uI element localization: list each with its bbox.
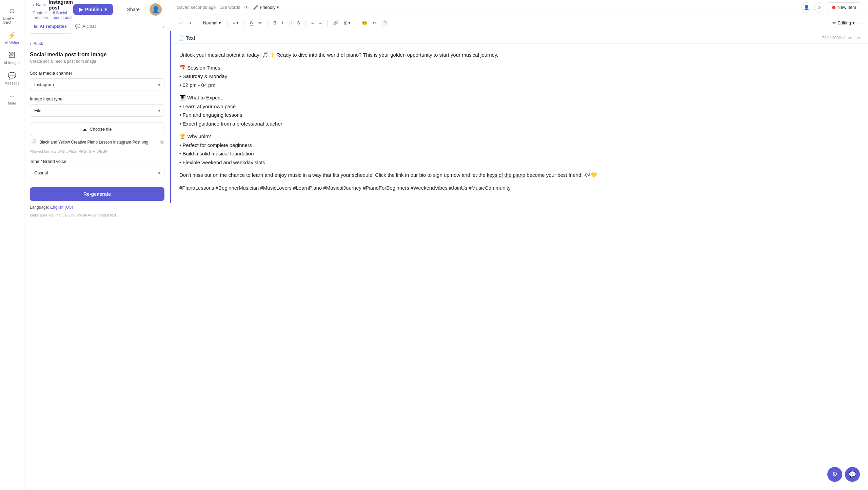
image-input-field: Image input type File URL: [30, 96, 164, 117]
language-link[interactable]: English (US): [50, 205, 73, 210]
text-color-button[interactable]: A: [248, 19, 255, 27]
session-header: 📅 Session Times: • Saturday & Monday • 0…: [179, 63, 860, 90]
redo-icon: ↪: [188, 20, 191, 25]
choose-file-label: Choose file: [90, 127, 112, 132]
italic-button[interactable]: I: [280, 19, 285, 27]
disclaimer-text: Make sure you manually review all AI gen…: [30, 212, 164, 218]
share-label: Share: [127, 7, 140, 12]
cta-section: Don't miss out on the chance to learn an…: [179, 171, 860, 180]
table-icon: ⊞: [344, 20, 348, 25]
toolbar-separator-4: [268, 20, 268, 26]
share-button[interactable]: ↑ Share: [117, 4, 145, 15]
publish-button[interactable]: ▶ Publish ▾: [73, 4, 113, 15]
template-description: Create social media post from image: [30, 59, 164, 64]
bold-button[interactable]: B: [271, 19, 278, 27]
style-chevron-icon: ▾: [219, 20, 221, 25]
choose-file-button[interactable]: ☁ Choose file: [30, 122, 164, 136]
avatar-placeholder-icon[interactable]: 👤: [801, 2, 811, 13]
collapse-panel-button[interactable]: ‹: [163, 23, 164, 30]
cut-button[interactable]: ✂: [371, 19, 378, 27]
toolbar-separator-6: [327, 20, 328, 26]
toolbar-separator-1: [197, 20, 197, 26]
emoji-icon: 😊: [362, 20, 367, 25]
unordered-list-icon: ≡: [311, 20, 314, 25]
sidebar-item-brief-seo[interactable]: ⊙ Brief + SEO: [2, 4, 22, 27]
sidebar-item-more[interactable]: ··· More: [2, 89, 22, 108]
highlight-button[interactable]: ✏: [256, 19, 264, 27]
template-title: Social media post from image: [30, 52, 164, 58]
tab-ai-templates[interactable]: ⊞ AI Templates: [30, 19, 71, 34]
channel-select-wrapper: Instagram Facebook Twitter LinkedIn: [30, 78, 164, 91]
toolbar-more-button[interactable]: ···: [856, 19, 861, 26]
toolbar-separator-3: [244, 20, 244, 26]
undo-icon: ↩: [179, 20, 183, 25]
emoji-button[interactable]: 😊: [360, 19, 369, 27]
sidebar-item-label: More: [8, 101, 16, 105]
editing-chevron-icon: ▾: [852, 20, 855, 25]
editor-body[interactable]: Unlock your musical potential today! 🎵✨ …: [171, 44, 868, 203]
sidebar-item-label: Message: [4, 81, 20, 85]
message-icon: 💬: [8, 72, 16, 80]
text-label: Text: [186, 35, 195, 41]
back-btn-label: Back: [33, 41, 43, 46]
underline-button[interactable]: U: [287, 19, 294, 27]
channel-field: Social media channel Instagram Facebook …: [30, 71, 164, 91]
back-arrow-icon: ‹: [33, 2, 34, 7]
formatting-toolbar: ↩ ↪ Normal ▾ ≡ ▾ A ✏ B I U: [170, 15, 868, 31]
chat-float-icon: 💬: [849, 471, 856, 478]
page-title: Instagram post: [48, 0, 73, 11]
tone-select-wrapper: Casual Friendly Professional Formal: [30, 167, 164, 179]
back-label: Back: [36, 2, 46, 7]
file-delete-button[interactable]: 🗑: [160, 139, 164, 145]
more-icon: ···: [9, 92, 15, 100]
settings-float-button[interactable]: ⚙: [827, 467, 842, 482]
paste-button[interactable]: 📋: [380, 19, 389, 27]
eye-button[interactable]: 👁: [244, 5, 249, 10]
status-bar: Saved seconds ago 128 words 👁 🎤 Friendly…: [170, 0, 868, 15]
style-dropdown[interactable]: Normal ▾: [200, 19, 224, 27]
unordered-list-button[interactable]: ≡: [309, 19, 316, 27]
tone-button[interactable]: 🎤 Friendly ▾: [253, 5, 279, 10]
new-item-label: New Item: [837, 5, 856, 10]
strikethrough-icon: S: [297, 20, 300, 25]
why-section: 🏆 Why Join? • Perfect for complete begin…: [179, 132, 860, 167]
cut-icon: ✂: [373, 20, 376, 25]
settings-circle-icon[interactable]: ⚙: [814, 2, 824, 13]
sidebar-item-message[interactable]: 💬 Message: [2, 69, 22, 88]
align-button[interactable]: ≡ ▾: [231, 19, 241, 27]
ai-images-icon: 🖼: [9, 52, 16, 59]
back-button[interactable]: ‹ Back: [33, 2, 46, 7]
ai-templates-icon: ⊞: [34, 24, 38, 29]
ordered-list-button[interactable]: ≡: [317, 19, 324, 27]
template-link[interactable]: # Social media post: [53, 11, 73, 20]
tab-ai-templates-label: AI Templates: [40, 24, 67, 29]
tab-aichat[interactable]: 💬 AIChat: [71, 19, 100, 34]
settings-float-icon: ⚙: [832, 471, 837, 478]
hashtags: #PianoLessons #BeginnerMusician #MusicLo…: [179, 184, 860, 192]
strikethrough-button[interactable]: S: [295, 19, 302, 27]
cta-link-text: keys of the piano: [487, 172, 525, 178]
channel-select[interactable]: Instagram Facebook Twitter LinkedIn: [30, 78, 164, 91]
link-button[interactable]: 🔗: [331, 19, 340, 27]
undo-button[interactable]: ↩: [177, 19, 185, 27]
text-color-icon: A: [250, 20, 253, 26]
word-count: 128 words: [220, 5, 240, 10]
sidebar-item-label: Brief + SEO: [3, 16, 21, 24]
italic-icon: I: [282, 20, 283, 25]
style-label: Normal: [203, 20, 217, 25]
mic-icon: 🎤: [253, 5, 258, 10]
sidebar-item-ai-writer[interactable]: ⚡ AI Writer: [2, 29, 22, 48]
char-count: 738 / 3000 characters: [822, 36, 861, 40]
new-item-button[interactable]: New Item: [827, 2, 861, 12]
table-button[interactable]: ⊞ ▾: [342, 19, 353, 27]
image-input-select[interactable]: File URL: [30, 104, 164, 117]
text-block: 📄 Text 738 / 3000 characters Unlock your…: [170, 31, 868, 203]
user-avatar[interactable]: 👤: [150, 3, 162, 16]
template-back-button[interactable]: ‹ Back: [30, 41, 43, 46]
redo-button[interactable]: ↪: [185, 19, 193, 27]
tone-select[interactable]: Casual Friendly Professional Formal: [30, 167, 164, 179]
sidebar-item-ai-images[interactable]: 🖼 AI Images: [2, 49, 22, 68]
editor-content[interactable]: 📄 Text 738 / 3000 characters Unlock your…: [170, 31, 868, 490]
chat-float-button[interactable]: 💬: [845, 467, 860, 482]
regenerate-button[interactable]: Re-generate: [30, 187, 164, 201]
